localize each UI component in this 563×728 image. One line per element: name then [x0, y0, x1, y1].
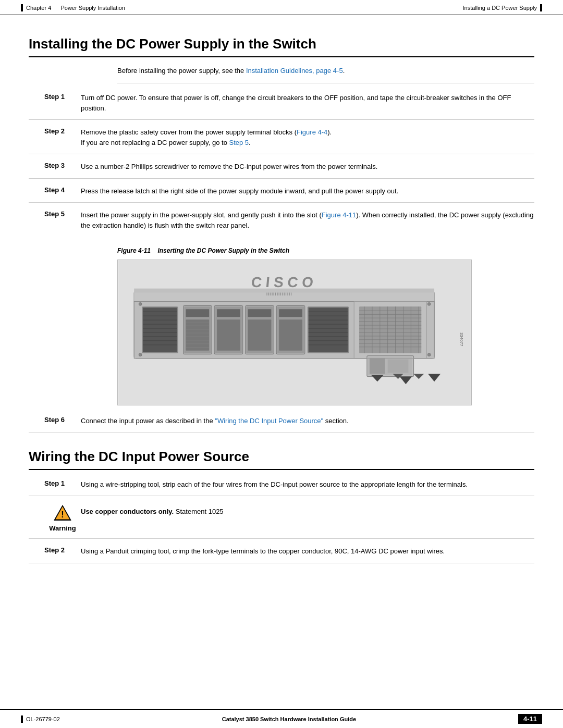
step1-content: Turn off DC power. To ensure that power … — [81, 93, 534, 113]
step2-label: Step 2 — [29, 127, 81, 135]
section1-intro: Before installing the power supply, see … — [117, 67, 534, 83]
page-header: Chapter 4 Power Supply Installation Inst… — [0, 0, 563, 15]
page: Chapter 4 Power Supply Installation Inst… — [0, 0, 563, 728]
svg-rect-40 — [309, 307, 348, 352]
footer-left: OL-26779-02 — [21, 715, 60, 723]
step5-label: Step 5 — [29, 210, 81, 218]
svg-rect-88 — [134, 289, 434, 293]
step6-label: Step 6 — [29, 416, 81, 424]
svg-rect-76 — [388, 360, 409, 373]
step5-text1: Insert the power supply in the power-sup… — [81, 211, 322, 219]
intro-text: Before installing the power supply, see … — [117, 67, 246, 75]
svg-rect-29 — [217, 309, 240, 317]
header-bar-right-icon — [540, 4, 542, 11]
svg-rect-37 — [279, 309, 302, 317]
svg-point-85 — [139, 353, 142, 356]
figure-container: Figure 4-11 Inserting the DC Power Suppl… — [117, 247, 534, 405]
warning-row: ! Warning Use copper conductors only. St… — [29, 503, 534, 539]
step-row-5: Step 5 Insert the power supply in the po… — [29, 210, 534, 237]
step5-link1[interactable]: Figure 4-11 — [322, 211, 356, 219]
step2-link2[interactable]: Step 5 — [229, 139, 249, 146]
warning-bold-text: Use copper conductors only. — [81, 508, 174, 515]
step6-text2: section. — [323, 417, 348, 425]
step-row-3: Step 3 Use a number-2 Phillips screwdriv… — [29, 162, 534, 179]
footer-center: Catalyst 3850 Switch Hardware Installati… — [222, 716, 356, 722]
step1-label: Step 1 — [29, 93, 81, 101]
section2-step-row-1: Step 1 Using a wire-stripping tool, stri… — [29, 479, 534, 497]
svg-text:C I S C O: C I S C O — [251, 274, 314, 290]
footer-right: 4-11 — [518, 714, 542, 724]
step5-content: Insert the power supply in the power-sup… — [81, 210, 534, 230]
header-right: Installing a DC Power Supply — [463, 4, 542, 11]
svg-rect-38 — [279, 319, 302, 351]
svg-rect-18 — [186, 319, 210, 351]
step-row-2: Step 2 Remove the plastic safety cover f… — [29, 127, 534, 154]
step2-content: Remove the plastic safety cover from the… — [81, 127, 534, 147]
figure-caption-text: Inserting the DC Power Supply in the Swi… — [157, 247, 289, 254]
svg-point-84 — [139, 302, 142, 305]
step-row-4: Step 4 Press the release latch at the ri… — [29, 186, 534, 203]
header-chapter: Chapter 4 — [26, 5, 51, 11]
svg-rect-33 — [248, 309, 272, 317]
step-row-6: Step 6 Connect the input power as descri… — [29, 416, 534, 433]
svg-point-87 — [427, 353, 431, 356]
step4-label: Step 4 — [29, 186, 81, 194]
svg-rect-5 — [143, 307, 177, 352]
intro-suffix: . — [343, 67, 345, 75]
section2-step1-content: Using a wire-stripping tool, strip each … — [81, 479, 534, 490]
step4-content: Press the release latch at the right sid… — [81, 186, 534, 196]
header-left: Chapter 4 Power Supply Installation — [21, 4, 125, 11]
svg-rect-17 — [186, 309, 210, 317]
step3-label: Step 3 — [29, 162, 81, 169]
svg-text:334077: 334077 — [459, 332, 464, 347]
figure-caption-label: Figure 4-11 Inserting the DC Power Suppl… — [117, 247, 289, 254]
switch-svg: C I S C O ılıılıılıılıılı — [118, 260, 471, 405]
svg-rect-30 — [217, 319, 240, 351]
header-right-text: Installing a DC Power Supply — [463, 5, 537, 11]
section2-step-row-2: Step 2 Using a Panduit crimping tool, cr… — [29, 546, 534, 563]
step-row-1: Step 1 Turn off DC power. To ensure that… — [29, 93, 534, 120]
page-footer: OL-26779-02 Catalyst 3850 Switch Hardwar… — [0, 709, 563, 728]
section2-step2-content: Using a Panduit crimping tool, crimp the… — [81, 546, 534, 557]
footer-center-text: Catalyst 3850 Switch Hardware Installati… — [222, 716, 356, 722]
svg-rect-75 — [370, 359, 385, 374]
step6-content: Connect the input power as described in … — [81, 416, 534, 426]
step2-text1: Remove the plastic safety cover from the… — [81, 128, 297, 136]
step6-link[interactable]: "Wiring the DC Input Power Source" — [215, 417, 323, 425]
section2: Wiring the DC Input Power Source Step 1 … — [29, 449, 534, 563]
svg-rect-51 — [359, 306, 421, 353]
step2-link1[interactable]: Figure 4-4 — [297, 128, 327, 136]
svg-rect-34 — [248, 319, 272, 351]
svg-text:!: ! — [61, 510, 64, 519]
svg-point-86 — [427, 302, 431, 305]
section2-title: Wiring the DC Input Power Source — [29, 449, 534, 470]
step3-content: Use a number-2 Phillips screwdriver to r… — [81, 162, 534, 172]
section1-title: Installing the DC Power Supply in the Sw… — [29, 36, 534, 57]
main-content: Installing the DC Power Supply in the Sw… — [0, 15, 563, 602]
warning-label-text: Warning — [49, 524, 76, 532]
figure-image: C I S C O ılıılıılıılıılı — [117, 260, 472, 405]
header-bar-icon — [21, 4, 23, 11]
warning-triangle-icon: ! — [53, 503, 72, 522]
section2-step1-label: Step 1 — [29, 479, 81, 487]
step6-text1: Connect the input power as described in … — [81, 417, 215, 425]
figure-caption: Figure 4-11 Inserting the DC Power Suppl… — [117, 247, 534, 254]
footer-bar-left-icon — [21, 715, 23, 723]
intro-link[interactable]: Installation Guidelines, page 4-5 — [246, 67, 343, 75]
footer-page-number: 4-11 — [518, 714, 542, 724]
section2-step2-label: Step 2 — [29, 546, 81, 554]
warning-label-col: ! Warning — [29, 503, 81, 532]
warning-content: Use copper conductors only. Statement 10… — [81, 503, 534, 517]
header-chapter-topic: Power Supply Installation — [60, 5, 125, 11]
footer-doc-number: OL-26779-02 — [26, 716, 60, 722]
warning-normal-text: Statement 1025 — [174, 508, 223, 515]
step2-text3: . — [249, 139, 251, 146]
